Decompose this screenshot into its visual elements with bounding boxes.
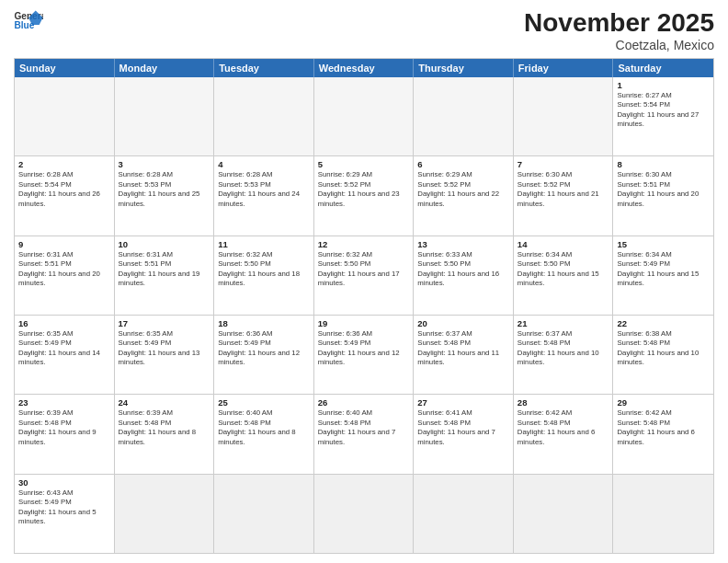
cal-cell: 10Sunrise: 6:31 AMSunset: 5:51 PMDayligh… [115, 236, 215, 315]
day-number: 19 [318, 318, 410, 328]
cal-cell [414, 475, 514, 553]
day-number: 5 [318, 159, 410, 169]
cell-info: Sunrise: 6:32 AMSunset: 5:50 PMDaylight:… [318, 250, 410, 289]
calendar-row-1: 1Sunrise: 6:27 AMSunset: 5:54 PMDaylight… [15, 77, 713, 155]
cal-cell: 16Sunrise: 6:35 AMSunset: 5:49 PMDayligh… [15, 316, 115, 394]
cal-cell: 17Sunrise: 6:35 AMSunset: 5:49 PMDayligh… [115, 316, 215, 394]
cal-cell [214, 475, 314, 553]
cell-info: Sunrise: 6:43 AMSunset: 5:49 PMDaylight:… [18, 488, 110, 527]
day-header-tuesday: Tuesday [214, 59, 314, 77]
cell-info: Sunrise: 6:27 AMSunset: 5:54 PMDaylight:… [617, 91, 710, 130]
cal-cell [115, 77, 215, 155]
day-number: 7 [518, 159, 609, 169]
day-header-friday: Friday [514, 59, 614, 77]
page: General Blue November 2025 Coetzala, Mex… [0, 0, 728, 563]
logo-icon: General Blue [14, 9, 43, 35]
day-number: 2 [18, 159, 110, 169]
calendar-header: SundayMondayTuesdayWednesdayThursdayFrid… [15, 59, 713, 77]
calendar-row-2: 2Sunrise: 6:28 AMSunset: 5:54 PMDaylight… [15, 155, 713, 235]
cal-cell: 3Sunrise: 6:28 AMSunset: 5:53 PMDaylight… [115, 156, 215, 235]
day-header-wednesday: Wednesday [314, 59, 415, 77]
cal-cell: 28Sunrise: 6:42 AMSunset: 5:48 PMDayligh… [514, 395, 614, 473]
cell-info: Sunrise: 6:42 AMSunset: 5:48 PMDaylight:… [617, 408, 710, 447]
cal-cell: 18Sunrise: 6:36 AMSunset: 5:49 PMDayligh… [214, 316, 314, 394]
cell-info: Sunrise: 6:30 AMSunset: 5:52 PMDaylight:… [518, 170, 609, 209]
cell-info: Sunrise: 6:34 AMSunset: 5:49 PMDaylight:… [617, 250, 710, 289]
cal-cell [314, 77, 415, 155]
cal-cell: 15Sunrise: 6:34 AMSunset: 5:49 PMDayligh… [613, 236, 713, 315]
day-number: 6 [417, 159, 509, 169]
cal-cell: 27Sunrise: 6:41 AMSunset: 5:48 PMDayligh… [414, 395, 514, 473]
cal-cell: 5Sunrise: 6:29 AMSunset: 5:52 PMDaylight… [314, 156, 415, 235]
cell-info: Sunrise: 6:28 AMSunset: 5:54 PMDaylight:… [18, 170, 110, 209]
calendar: SundayMondayTuesdayWednesdayThursdayFrid… [14, 58, 714, 554]
cal-cell: 25Sunrise: 6:40 AMSunset: 5:48 PMDayligh… [214, 395, 314, 473]
day-number: 27 [417, 397, 509, 408]
cell-info: Sunrise: 6:33 AMSunset: 5:50 PMDaylight:… [417, 250, 509, 289]
cell-info: Sunrise: 6:40 AMSunset: 5:48 PMDaylight:… [318, 408, 410, 447]
cal-cell: 14Sunrise: 6:34 AMSunset: 5:50 PMDayligh… [514, 236, 614, 315]
day-number: 29 [617, 397, 710, 408]
cell-info: Sunrise: 6:32 AMSunset: 5:50 PMDaylight:… [218, 250, 310, 289]
cell-info: Sunrise: 6:42 AMSunset: 5:48 PMDaylight:… [518, 408, 609, 447]
cal-cell: 11Sunrise: 6:32 AMSunset: 5:50 PMDayligh… [214, 236, 314, 315]
cal-cell [613, 475, 713, 553]
day-number: 23 [18, 397, 110, 408]
header: General Blue November 2025 Coetzala, Mex… [14, 9, 714, 52]
cal-cell [414, 77, 514, 155]
day-number: 30 [18, 477, 110, 488]
day-number: 11 [218, 239, 310, 249]
cell-info: Sunrise: 6:41 AMSunset: 5:48 PMDaylight:… [417, 408, 509, 447]
day-number: 3 [119, 159, 210, 169]
day-number: 18 [218, 318, 310, 328]
cell-info: Sunrise: 6:35 AMSunset: 5:49 PMDaylight:… [119, 329, 210, 368]
cell-info: Sunrise: 6:37 AMSunset: 5:48 PMDaylight:… [417, 329, 509, 368]
calendar-row-6: 30Sunrise: 6:43 AMSunset: 5:49 PMDayligh… [15, 474, 713, 553]
day-header-saturday: Saturday [613, 59, 713, 77]
cal-cell: 13Sunrise: 6:33 AMSunset: 5:50 PMDayligh… [414, 236, 514, 315]
day-number: 26 [318, 397, 410, 408]
calendar-body: 1Sunrise: 6:27 AMSunset: 5:54 PMDaylight… [15, 77, 713, 553]
cal-cell: 7Sunrise: 6:30 AMSunset: 5:52 PMDaylight… [514, 156, 614, 235]
day-number: 15 [617, 239, 710, 249]
day-header-monday: Monday [115, 59, 215, 77]
logo: General Blue [14, 9, 43, 35]
cal-cell: 23Sunrise: 6:39 AMSunset: 5:48 PMDayligh… [15, 395, 115, 473]
cal-cell: 24Sunrise: 6:39 AMSunset: 5:48 PMDayligh… [115, 395, 215, 473]
day-number: 24 [119, 397, 210, 408]
day-number: 1 [617, 80, 710, 90]
day-number: 20 [417, 318, 509, 328]
cal-cell: 20Sunrise: 6:37 AMSunset: 5:48 PMDayligh… [414, 316, 514, 394]
cal-cell: 19Sunrise: 6:36 AMSunset: 5:49 PMDayligh… [314, 316, 415, 394]
day-number: 17 [119, 318, 210, 328]
cal-cell: 4Sunrise: 6:28 AMSunset: 5:53 PMDaylight… [214, 156, 314, 235]
cell-info: Sunrise: 6:29 AMSunset: 5:52 PMDaylight:… [417, 170, 509, 209]
day-number: 28 [518, 397, 609, 408]
cell-info: Sunrise: 6:29 AMSunset: 5:52 PMDaylight:… [318, 170, 410, 209]
cell-info: Sunrise: 6:39 AMSunset: 5:48 PMDaylight:… [119, 408, 210, 447]
cal-cell: 30Sunrise: 6:43 AMSunset: 5:49 PMDayligh… [15, 475, 115, 553]
cell-info: Sunrise: 6:31 AMSunset: 5:51 PMDaylight:… [18, 250, 110, 289]
day-number: 16 [18, 318, 110, 328]
cell-info: Sunrise: 6:30 AMSunset: 5:51 PMDaylight:… [617, 170, 710, 209]
cal-cell [115, 475, 215, 553]
calendar-row-5: 23Sunrise: 6:39 AMSunset: 5:48 PMDayligh… [15, 394, 713, 473]
cell-info: Sunrise: 6:36 AMSunset: 5:49 PMDaylight:… [318, 329, 410, 368]
day-number: 9 [18, 239, 110, 249]
cal-cell: 22Sunrise: 6:38 AMSunset: 5:48 PMDayligh… [613, 316, 713, 394]
cal-cell: 21Sunrise: 6:37 AMSunset: 5:48 PMDayligh… [514, 316, 614, 394]
cal-cell: 26Sunrise: 6:40 AMSunset: 5:48 PMDayligh… [314, 395, 415, 473]
cal-cell: 1Sunrise: 6:27 AMSunset: 5:54 PMDaylight… [613, 77, 713, 155]
cal-cell [15, 77, 115, 155]
day-number: 21 [518, 318, 609, 328]
day-number: 13 [417, 239, 509, 249]
cell-info: Sunrise: 6:38 AMSunset: 5:48 PMDaylight:… [617, 329, 710, 368]
cell-info: Sunrise: 6:34 AMSunset: 5:50 PMDaylight:… [518, 250, 609, 289]
title-block: November 2025 Coetzala, Mexico [524, 9, 714, 52]
location: Coetzala, Mexico [524, 38, 714, 52]
cell-info: Sunrise: 6:37 AMSunset: 5:48 PMDaylight:… [518, 329, 609, 368]
cal-cell [214, 77, 314, 155]
day-number: 22 [617, 318, 710, 328]
month-title: November 2025 [524, 9, 714, 38]
cal-cell: 29Sunrise: 6:42 AMSunset: 5:48 PMDayligh… [613, 395, 713, 473]
